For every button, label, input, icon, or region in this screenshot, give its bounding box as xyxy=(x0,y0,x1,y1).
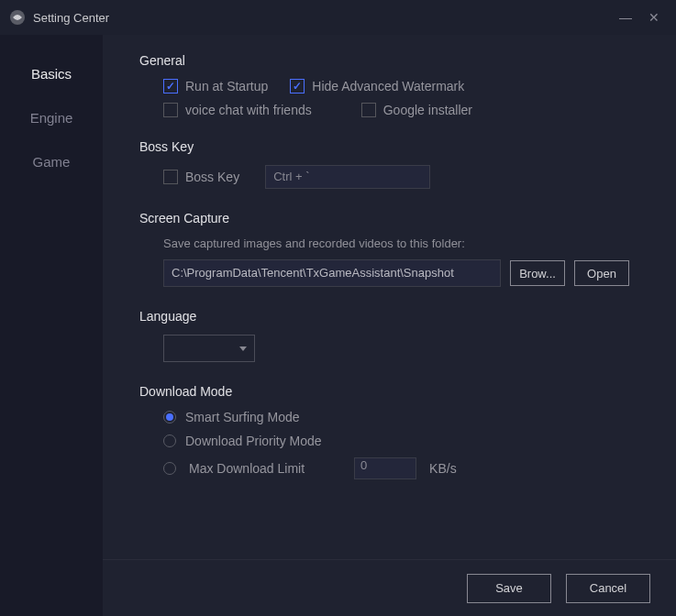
sidebar-item-label: Engine xyxy=(30,110,73,126)
radio-icon xyxy=(163,434,176,447)
sidebar-item-label: Game xyxy=(33,154,71,170)
scroll-area: General Run at Startup Hide Advanced Wat… xyxy=(103,35,676,559)
section-boss-key: Boss Key Boss Key Ctrl + ` xyxy=(139,139,647,189)
section-language: Language xyxy=(139,309,647,362)
save-button[interactable]: Save xyxy=(467,574,551,603)
chevron-down-icon xyxy=(239,346,247,351)
checkbox-label: voice chat with friends xyxy=(185,103,312,117)
section-title: Boss Key xyxy=(139,139,647,154)
sidebar-item-basics[interactable]: Basics xyxy=(0,51,103,95)
body: Basics Engine Game General Run at Startu… xyxy=(0,35,676,616)
content: General Run at Startup Hide Advanced Wat… xyxy=(103,35,676,616)
checkbox-voice-chat[interactable]: voice chat with friends xyxy=(163,103,312,117)
open-button[interactable]: Open xyxy=(574,260,629,286)
radio-label: Download Priority Mode xyxy=(185,434,322,448)
section-title: General xyxy=(139,53,647,68)
sidebar-item-label: Basics xyxy=(31,66,72,82)
radio-icon xyxy=(163,411,176,424)
checkbox-icon xyxy=(361,103,376,117)
sidebar-item-game[interactable]: Game xyxy=(0,139,103,183)
button-label: Save xyxy=(495,581,523,595)
input-value: Ctrl + ` xyxy=(273,170,309,183)
window-title: Setting Center xyxy=(33,11,619,25)
button-label: Open xyxy=(587,267,616,280)
cancel-button[interactable]: Cancel xyxy=(566,574,650,603)
checkbox-label: Hide Advanced Watermark xyxy=(312,79,464,94)
radio-label: Smart Surfing Mode xyxy=(185,410,300,424)
titlebar: Setting Center — ✕ xyxy=(0,0,676,35)
input-value: 0 xyxy=(360,458,367,472)
radio-label: Max Download Limit xyxy=(189,461,305,476)
checkbox-icon xyxy=(163,79,178,94)
button-label: Brow... xyxy=(519,267,556,280)
button-label: Cancel xyxy=(590,581,626,595)
checkbox-label: Run at Startup xyxy=(185,79,268,94)
input-value: C:\ProgramData\Tencent\TxGameAssistant\S… xyxy=(172,266,454,280)
checkbox-label: Boss Key xyxy=(185,170,239,184)
section-download-mode: Download Mode Smart Surfing Mode Downloa… xyxy=(139,384,647,479)
minimize-icon[interactable]: — xyxy=(619,10,632,25)
window-controls: — ✕ xyxy=(619,10,667,25)
capture-path-input[interactable]: C:\ProgramData\Tencent\TxGameAssistant\S… xyxy=(163,259,501,287)
checkbox-run-at-startup[interactable]: Run at Startup xyxy=(163,79,268,94)
sidebar: Basics Engine Game xyxy=(0,35,103,616)
browse-button[interactable]: Brow... xyxy=(510,260,565,286)
checkbox-icon xyxy=(163,103,178,117)
checkbox-boss-key[interactable]: Boss Key xyxy=(163,170,239,184)
app-icon xyxy=(9,9,26,26)
close-icon[interactable]: ✕ xyxy=(648,10,659,25)
boss-key-shortcut-input[interactable]: Ctrl + ` xyxy=(265,165,430,189)
language-select[interactable] xyxy=(163,335,255,362)
radio-smart-surfing[interactable]: Smart Surfing Mode xyxy=(163,410,647,424)
capture-hint: Save captured images and recorded videos… xyxy=(163,236,647,250)
section-general: General Run at Startup Hide Advanced Wat… xyxy=(139,53,647,117)
checkbox-hide-watermark[interactable]: Hide Advanced Watermark xyxy=(290,79,464,94)
sidebar-item-engine[interactable]: Engine xyxy=(0,95,103,139)
radio-download-priority[interactable]: Download Priority Mode xyxy=(163,434,647,448)
footer: Save Cancel xyxy=(103,559,676,616)
section-screen-capture: Screen Capture Save captured images and … xyxy=(139,211,647,287)
download-limit-input[interactable]: 0 xyxy=(354,457,416,479)
section-title: Language xyxy=(139,309,647,324)
radio-max-download-limit[interactable]: Max Download Limit 0 KB/s xyxy=(163,457,647,479)
section-title: Screen Capture xyxy=(139,211,647,226)
checkbox-icon xyxy=(163,170,178,184)
radio-icon xyxy=(163,462,176,475)
checkbox-icon xyxy=(290,79,305,94)
download-limit-unit: KB/s xyxy=(429,461,457,476)
checkbox-google-installer[interactable]: Google installer xyxy=(361,103,472,117)
checkbox-label: Google installer xyxy=(383,103,472,117)
section-title: Download Mode xyxy=(139,384,647,399)
